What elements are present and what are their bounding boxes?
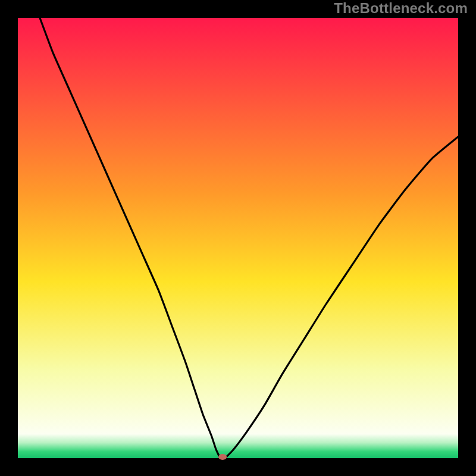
minimum-marker [218,454,227,460]
chart-svg [0,0,476,476]
chart-stage: TheBottleneck.com [0,0,476,476]
plot-background [18,18,458,458]
watermark-text: TheBottleneck.com [334,0,468,17]
